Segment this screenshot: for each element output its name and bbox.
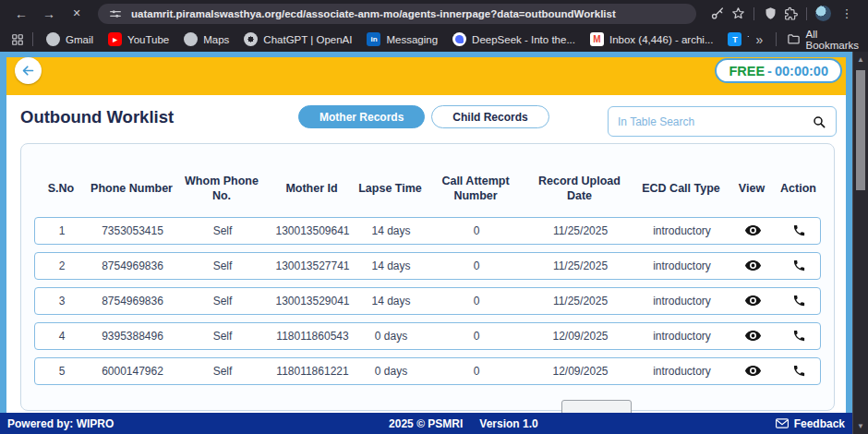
bookmarks-bar: Gmail YouTube Maps ChatGPT | OpenAI Mess… <box>0 27 868 52</box>
search-icon[interactable] <box>812 115 826 129</box>
view-button[interactable] <box>730 327 775 344</box>
back-button[interactable] <box>15 57 42 84</box>
bookmark-label: DeepSeek - Into the... <box>472 34 575 45</box>
table-row[interactable]: 1 7353053415 Self 130013509641 14 days 0… <box>34 217 821 245</box>
profile-avatar[interactable] <box>814 6 831 22</box>
address-bar[interactable]: uatamrit.piramalswasthya.org/ecd/associa… <box>98 4 696 24</box>
cell-lapse-time: 0 days <box>356 330 426 343</box>
bookmark-item[interactable]: TeraBox - Free Clou... <box>721 30 749 49</box>
cell-lapse-time: 14 days <box>356 295 426 307</box>
cell-ecd-call-type: introductory <box>633 259 730 272</box>
table-body: 1 7353053415 Self 130013509641 14 days 0… <box>21 217 834 385</box>
extensions-puzzle-icon[interactable] <box>782 6 799 22</box>
bookmark-star-icon[interactable] <box>729 6 746 22</box>
page-size-select[interactable] <box>561 400 632 413</box>
timer-separator: - <box>767 64 772 78</box>
browser-forward-icon[interactable] <box>37 4 61 24</box>
bookmark-item[interactable]: DeepSeek - Into the... <box>446 30 582 49</box>
globe-favicon <box>184 32 198 46</box>
site-info-icon[interactable] <box>107 6 124 22</box>
view-button[interactable] <box>730 222 775 239</box>
call-button[interactable] <box>775 294 824 307</box>
feedback-button[interactable]: Feedback <box>776 417 845 430</box>
scroll-up-icon[interactable] <box>853 53 868 66</box>
bookmarks-overflow-icon[interactable] <box>751 31 767 48</box>
cell-ecd-call-type: introductory <box>633 330 730 343</box>
column-header: Call Attempt Number <box>425 174 526 204</box>
cell-phone-number: 8754969836 <box>89 259 176 272</box>
browser-close-icon[interactable] <box>65 4 89 24</box>
terabox-favicon <box>728 32 741 46</box>
cell-call-attempts: 0 <box>426 365 527 378</box>
phone-icon <box>792 294 806 307</box>
table-header-row: S.NoPhone NumberWhom Phone No.Mother IdL… <box>34 174 821 204</box>
cell-mother-id: 130013529041 <box>269 295 356 307</box>
view-button[interactable] <box>730 257 775 274</box>
cell-whom-phone: Self <box>176 330 269 343</box>
bookmark-label: Maps <box>203 34 229 45</box>
shield-extension-icon[interactable] <box>762 6 778 22</box>
timer-status: FREE <box>729 64 765 78</box>
cell-phone-number: 9395388496 <box>89 330 176 343</box>
page-scrollbar[interactable] <box>852 52 868 434</box>
powered-by-text: Powered by: WIPRO <box>7 417 114 430</box>
column-header: Lapse Time <box>356 181 425 196</box>
bookmark-item[interactable]: Gmail <box>40 30 100 49</box>
toolbar-divider <box>753 7 754 20</box>
app-page-frame: FREE - 00:00:00 Outbound Worklist Mother… <box>0 52 852 434</box>
cell-ecd-call-type: introductory <box>633 295 730 307</box>
column-header: Whom Phone No. <box>175 174 268 204</box>
folder-icon <box>785 31 802 48</box>
call-button[interactable] <box>775 364 824 378</box>
bookmark-item[interactable]: YouTube <box>102 30 175 49</box>
cell-phone-number: 7353053415 <box>89 224 176 237</box>
view-button[interactable] <box>730 362 775 380</box>
bookmark-item[interactable]: Messaging <box>360 30 444 49</box>
password-key-icon[interactable] <box>709 6 726 22</box>
table-search <box>608 106 837 137</box>
table-row[interactable]: 5 6000147962 Self 118011861221 0 days 0 … <box>34 357 821 385</box>
record-type-tabs: Mother Records Child Records <box>298 105 549 128</box>
bookmarks-divider <box>776 32 777 46</box>
view-button[interactable] <box>730 292 775 309</box>
bookmark-label: ChatGPT | OpenAI <box>263 34 352 45</box>
chrome-menu-icon[interactable] <box>835 4 859 24</box>
column-header: View <box>729 181 774 196</box>
phone-icon <box>792 223 806 237</box>
cell-sno: 2 <box>35 259 89 272</box>
bookmark-item[interactable]: Inbox (4,446) - archi... <box>584 30 720 49</box>
search-input[interactable] <box>618 115 812 128</box>
call-button[interactable] <box>775 329 824 343</box>
bookmark-label: Inbox (4,446) - archi... <box>609 34 714 45</box>
timer-value: 00:00:00 <box>775 64 828 78</box>
phone-icon <box>792 329 806 343</box>
call-button[interactable] <box>775 223 824 237</box>
footer-center: 2025 © PSMRI Version 1.0 <box>389 417 538 430</box>
scroll-down-icon[interactable] <box>853 419 868 433</box>
main-content: Outbound Worklist Mother Records Child R… <box>6 95 846 413</box>
table-row[interactable]: 2 8754969836 Self 130013527741 14 days 0… <box>34 252 821 280</box>
version-text: Version 1.0 <box>479 417 537 430</box>
cell-mother-id: 118011860543 <box>269 330 356 343</box>
phone-icon <box>792 259 806 272</box>
cell-phone-number: 8754969836 <box>89 295 176 307</box>
table-row[interactable]: 4 9395388496 Self 118011860543 0 days 0 … <box>34 322 821 350</box>
bookmark-item[interactable]: Maps <box>177 30 235 49</box>
scrollbar-thumb[interactable] <box>856 70 865 190</box>
openai-favicon <box>244 32 258 46</box>
cell-lapse-time: 14 days <box>356 224 426 237</box>
toolbar-divider <box>806 7 807 20</box>
browser-back-icon[interactable] <box>9 4 33 24</box>
globe-favicon <box>46 32 60 46</box>
bookmark-item[interactable]: ChatGPT | OpenAI <box>237 30 358 49</box>
cell-lapse-time: 14 days <box>356 259 426 272</box>
tab-mother-records[interactable]: Mother Records <box>298 105 425 128</box>
all-bookmarks-label[interactable]: All Bookmarks <box>805 29 859 51</box>
apps-grid-icon[interactable] <box>9 31 26 48</box>
table-row[interactable]: 3 8754969836 Self 130013529041 14 days 0… <box>34 287 821 315</box>
browser-toolbar: uatamrit.piramalswasthya.org/ecd/associa… <box>0 0 868 27</box>
call-button[interactable] <box>775 259 824 272</box>
tab-child-records[interactable]: Child Records <box>431 105 549 128</box>
cell-whom-phone: Self <box>176 365 269 378</box>
linkedin-favicon <box>367 32 380 46</box>
